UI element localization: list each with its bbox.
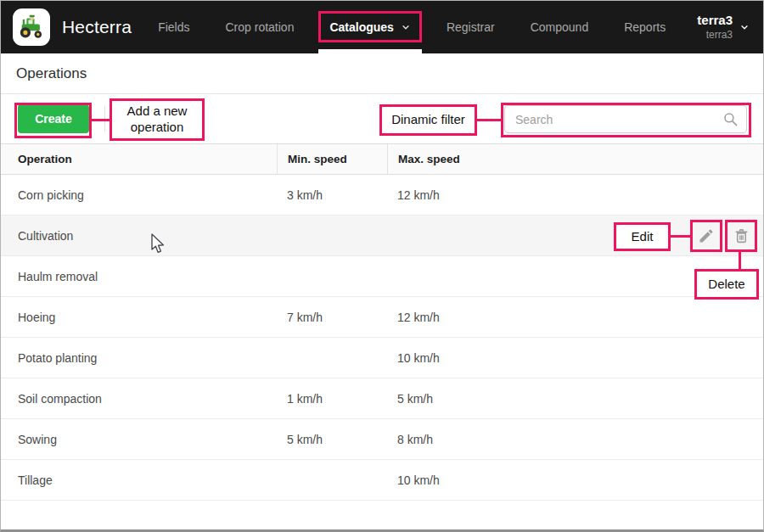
- cell-min-speed: 1 km/h: [277, 378, 387, 418]
- cell-min-speed: [277, 216, 387, 255]
- delete-button[interactable]: [725, 220, 757, 252]
- cell-min-speed: 3 km/h: [277, 175, 387, 215]
- app-window: Hecterra Fields Crop rotation Catalogues…: [0, 0, 764, 532]
- cell-operation: Cultivation: [1, 216, 277, 255]
- cell-min-speed: 7 km/h: [277, 297, 387, 337]
- cell-max-speed: 8 km/h: [387, 419, 763, 459]
- chevron-down-icon: [739, 22, 750, 32]
- nav-item-crop-rotation[interactable]: Crop rotation: [207, 1, 312, 53]
- cell-operation: Potato planting: [1, 338, 277, 378]
- user-names: terra3 terra3: [697, 13, 733, 42]
- table-row[interactable]: Sowing 5 km/h 8 km/h: [1, 419, 763, 460]
- cell-min-speed: [277, 256, 387, 296]
- table-row[interactable]: Cultivation: [1, 216, 763, 256]
- table-row[interactable]: Soil compaction 1 km/h 5 km/h: [1, 378, 763, 419]
- create-button[interactable]: Create: [18, 104, 89, 133]
- search-input[interactable]: [504, 105, 747, 133]
- search-field: [504, 105, 747, 133]
- cell-operation: Haulm removal: [1, 256, 277, 296]
- tractor-icon: [17, 13, 46, 42]
- user-name: terra3: [697, 13, 733, 29]
- cell-max-speed: 12 km/h: [387, 175, 763, 215]
- page-title: Operations: [16, 65, 87, 82]
- cell-operation: Corn picking: [1, 175, 277, 215]
- cell-max-speed: [387, 256, 763, 296]
- table-row[interactable]: Hoeing 7 km/h 12 km/h: [1, 297, 763, 338]
- cell-min-speed: [277, 460, 387, 500]
- cell-min-speed: 5 km/h: [277, 419, 387, 459]
- table-row[interactable]: Corn picking 3 km/h 12 km/h: [1, 175, 763, 216]
- cell-operation: Hoeing: [1, 297, 277, 337]
- nav-item-registrar[interactable]: Registrar: [429, 1, 513, 53]
- annotation-frame-catalogues: [318, 11, 421, 42]
- column-header-min-speed: Min. speed: [277, 144, 387, 174]
- operations-table-body: Corn picking 3 km/h 12 km/h Cultivation …: [1, 175, 763, 501]
- toolbar: Create: [1, 94, 763, 143]
- top-navbar: Hecterra Fields Crop rotation Catalogues…: [1, 1, 763, 53]
- pencil-icon: [698, 227, 715, 244]
- toolbar-divider: [104, 106, 105, 132]
- cell-min-speed: [277, 338, 387, 378]
- column-header-max-speed: Max. speed: [387, 144, 763, 174]
- nav-item-catalogues[interactable]: Catalogues: [312, 1, 428, 53]
- table-header-row: Operation Min. speed Max. speed: [1, 143, 763, 175]
- table-row[interactable]: Haulm removal: [1, 256, 763, 297]
- title-bar: Operations: [1, 53, 763, 94]
- app-logo[interactable]: [13, 8, 50, 46]
- magnifier-icon[interactable]: [722, 111, 739, 127]
- brand-title: Hecterra: [62, 17, 132, 37]
- table-footer-space: [1, 501, 763, 529]
- cell-operation: Soil compaction: [1, 378, 277, 418]
- nav-item-reports[interactable]: Reports: [606, 1, 683, 53]
- edit-button[interactable]: [690, 220, 722, 252]
- nav-menu: Fields Crop rotation Catalogues Registra…: [140, 1, 683, 53]
- nav-item-fields[interactable]: Fields: [140, 1, 207, 53]
- table-row[interactable]: Potato planting 10 km/h: [1, 338, 763, 378]
- cell-max-speed: 10 km/h: [387, 460, 763, 500]
- column-header-operation: Operation: [1, 144, 277, 174]
- user-account: terra3: [706, 29, 733, 42]
- nav-item-compound[interactable]: Compound: [513, 1, 607, 53]
- cell-max-speed: 12 km/h: [387, 297, 763, 337]
- cell-max-speed: 10 km/h: [387, 338, 763, 378]
- user-menu[interactable]: terra3 terra3: [697, 13, 750, 42]
- cell-operation: Sowing: [1, 419, 277, 459]
- table-row[interactable]: Tillage 10 km/h: [1, 460, 763, 501]
- trash-icon: [733, 227, 750, 244]
- cell-operation: Tillage: [1, 460, 277, 500]
- operations-table: Operation Min. speed Max. speed Corn pic…: [1, 143, 763, 529]
- cell-max-speed: 5 km/h: [387, 378, 763, 418]
